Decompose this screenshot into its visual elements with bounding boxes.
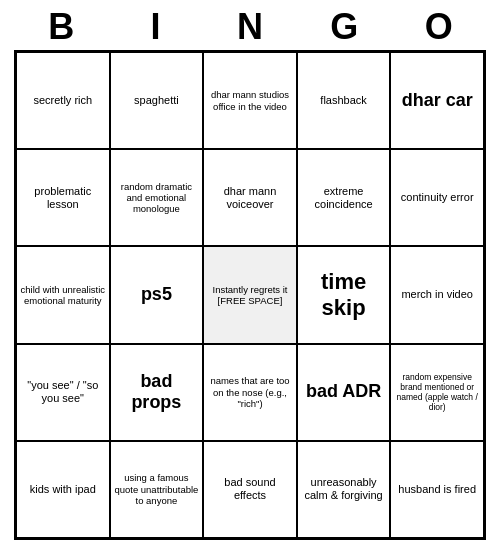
bingo-cell-6[interactable]: random dramatic and emotional monologue <box>110 149 204 246</box>
bingo-cell-5[interactable]: problematic lesson <box>16 149 110 246</box>
bingo-cell-16[interactable]: bad props <box>110 344 204 441</box>
bingo-cell-3[interactable]: flashback <box>297 52 391 149</box>
bingo-cell-15[interactable]: "you see" / "so you see" <box>16 344 110 441</box>
bingo-cell-4[interactable]: dhar car <box>390 52 484 149</box>
bingo-cell-14[interactable]: merch in video <box>390 246 484 343</box>
bingo-cell-20[interactable]: kids with ipad <box>16 441 110 538</box>
bingo-cell-7[interactable]: dhar mann voiceover <box>203 149 297 246</box>
bingo-cell-18[interactable]: bad ADR <box>297 344 391 441</box>
header-letter-o: O <box>395 6 483 48</box>
bingo-cell-0[interactable]: secretly rich <box>16 52 110 149</box>
header-letter-g: G <box>300 6 388 48</box>
header-letter-i: I <box>112 6 200 48</box>
bingo-cell-19[interactable]: random expensive brand mentioned or name… <box>390 344 484 441</box>
header-letter-n: N <box>206 6 294 48</box>
bingo-cell-13[interactable]: time skip <box>297 246 391 343</box>
bingo-cell-11[interactable]: ps5 <box>110 246 204 343</box>
header-letter-b: B <box>17 6 105 48</box>
bingo-cell-10[interactable]: child with unrealistic emotional maturit… <box>16 246 110 343</box>
bingo-cell-24[interactable]: husband is fired <box>390 441 484 538</box>
bingo-cell-1[interactable]: spaghetti <box>110 52 204 149</box>
bingo-cell-2[interactable]: dhar mann studios office in the video <box>203 52 297 149</box>
bingo-cell-23[interactable]: unreasonably calm & forgiving <box>297 441 391 538</box>
bingo-cell-12[interactable]: Instantly regrets it [FREE SPACE] <box>203 246 297 343</box>
bingo-grid: secretly richspaghettidhar mann studios … <box>14 50 486 540</box>
bingo-cell-9[interactable]: continuity error <box>390 149 484 246</box>
bingo-cell-8[interactable]: extreme coincidence <box>297 149 391 246</box>
bingo-cell-22[interactable]: bad sound effects <box>203 441 297 538</box>
bingo-cell-21[interactable]: using a famous quote unattributable to a… <box>110 441 204 538</box>
bingo-header: B I N G O <box>14 0 486 50</box>
bingo-cell-17[interactable]: names that are too on the nose (e.g., "r… <box>203 344 297 441</box>
